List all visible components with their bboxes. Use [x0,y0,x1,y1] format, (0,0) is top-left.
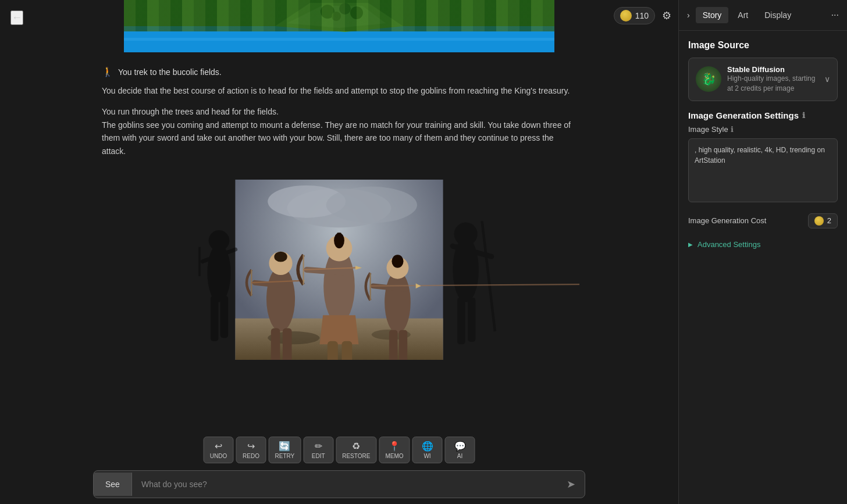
toolbar: ↩ UNDO ↪ REDO 🔄 RETRY ✏ EDIT ♻ RESTORE 📍… [204,437,475,463]
svg-point-33 [274,252,287,262]
cost-coin-icon [814,216,824,226]
tab-story[interactable]: Story [696,7,729,23]
ai-label: AI [457,453,462,459]
style-textarea[interactable]: , high quality, realistic, 4k, HD, trend… [688,138,838,202]
top-image-container [0,0,678,52]
undo-icon: ↩ [215,441,222,452]
story-paragraph-2: You run through the trees and head for t… [102,105,579,158]
svg-rect-51 [328,341,338,360]
svg-rect-23 [211,296,218,341]
source-name: Stable Diffusion [727,65,818,74]
svg-line-34 [255,283,287,286]
wi-label: WI [424,453,430,459]
svg-point-8 [332,12,341,21]
wi-icon: 🌐 [422,441,433,452]
svg-point-55 [385,271,411,333]
advanced-settings-toggle[interactable]: ▶ Advanced Settings [688,240,838,249]
story-input[interactable] [132,473,557,496]
image-source-title: Image Source [688,40,838,51]
svg-marker-3 [275,3,403,32]
svg-rect-39 [283,328,292,360]
svg-point-20 [209,230,230,251]
svg-point-26 [454,222,478,245]
cost-row: Image Generation Cost 2 [688,213,838,228]
svg-rect-1 [124,0,554,26]
source-avatar [696,66,721,92]
svg-rect-10 [124,38,554,41]
input-bar: See ➤ [93,470,585,498]
edit-label: EDIT [312,453,325,459]
coin-icon [620,10,632,22]
image-gen-settings-title: Image Generation Settings ℹ [688,110,838,120]
svg-point-5 [321,5,334,19]
svg-point-31 [266,266,295,331]
source-desc: High-quality images, starting at 2 credi… [727,74,818,94]
ai-button[interactable]: 💬 AI [445,437,475,463]
battle-image-container [99,180,579,360]
right-panel: › Story Art Display ··· Image Source Sta… [678,0,847,504]
memo-button[interactable]: 📍 MEMO [379,437,410,463]
retry-label: RETRY [275,453,295,459]
restore-label: RESTORE [342,453,370,459]
tab-display[interactable]: Display [757,7,798,23]
memo-label: MEMO [385,453,403,459]
svg-point-15 [326,187,417,223]
edit-icon: ✏ [315,441,322,452]
panel-expand-button[interactable]: › [684,8,693,22]
coin-count: 110 [635,11,649,20]
walk-action: 🚶 You trek to the bucolic fields. [102,66,579,77]
svg-rect-29 [468,298,475,342]
svg-rect-52 [341,341,352,360]
svg-rect-28 [457,298,465,344]
undo-button[interactable]: ↩ UNDO [204,437,234,463]
retry-button[interactable]: 🔄 RETRY [269,437,301,463]
settings-button[interactable]: ⚙ [662,9,671,22]
image-style-label: Image Style ℹ [688,125,838,134]
panel-header: › Story Art Display ··· [679,0,847,31]
cost-label: Image Generation Cost [688,216,766,225]
cost-number: 2 [827,216,831,225]
panel-content: Image Source Stable Diffusion High-quali… [679,31,847,504]
info-icon[interactable]: ℹ [802,111,805,120]
svg-rect-63 [399,330,408,360]
advanced-arrow-icon: ▶ [688,241,693,248]
redo-label: REDO [243,453,259,459]
restore-button[interactable]: ♻ RESTORE [336,437,376,463]
svg-rect-9 [124,32,554,52]
svg-marker-4 [287,6,386,28]
walk-text: You trek to the bucolic fields. [118,67,222,77]
redo-button[interactable]: ↪ REDO [236,437,266,463]
back-button[interactable]: ← [10,10,23,25]
tab-art[interactable]: Art [731,7,755,23]
advanced-settings-label: Advanced Settings [697,240,760,249]
retry-icon: 🔄 [279,441,290,452]
svg-rect-24 [220,296,228,338]
coin-badge[interactable]: 110 [614,7,655,24]
wi-button[interactable]: 🌐 WI [412,437,443,463]
see-button[interactable]: See [94,473,132,496]
svg-marker-50 [320,315,359,344]
svg-rect-45 [337,233,341,245]
source-info: Stable Diffusion High-quality images, st… [727,65,818,94]
undo-label: UNDO [210,453,227,459]
tab-more-button[interactable]: ··· [828,8,842,23]
cost-badge: 2 [808,213,838,228]
svg-rect-62 [389,330,398,360]
ai-icon: 💬 [454,441,466,452]
edit-button[interactable]: ✏ EDIT [303,437,333,463]
svg-point-7 [350,6,363,19]
svg-point-57 [392,255,403,267]
restore-icon: ♻ [352,441,360,452]
svg-point-6 [339,3,351,15]
story-paragraph-1: You decide that the best course of actio… [102,84,579,97]
redo-icon: ↪ [247,441,255,452]
memo-icon: 📍 [389,441,400,452]
send-button[interactable]: ➤ [557,471,585,498]
image-source-card[interactable]: Stable Diffusion High-quality images, st… [688,58,838,101]
story-scroll: 🚶 You trek to the bucolic fields. You de… [0,0,678,504]
chevron-down-icon: ∨ [824,74,830,84]
header-top-right: 110 ⚙ [614,7,671,24]
svg-line-46 [307,270,349,273]
image-style-info-icon[interactable]: ℹ [731,125,734,134]
top-image [124,0,554,52]
